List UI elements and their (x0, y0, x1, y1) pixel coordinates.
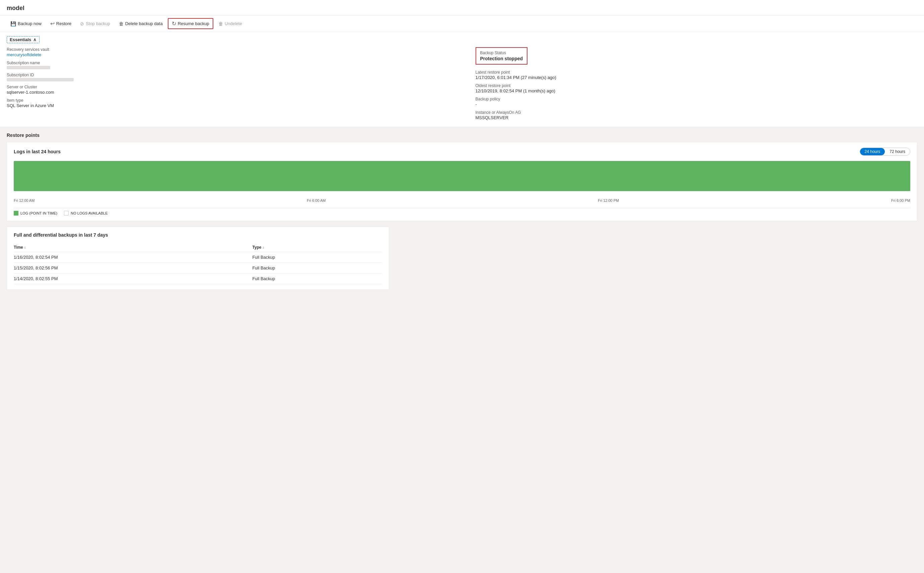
backup-status-box: Backup Status Protection stopped (475, 47, 528, 64)
restore-points-section: Restore points Logs in last 24 hours 24 … (0, 127, 924, 295)
backup-policy-field: Backup policy - (475, 97, 918, 107)
server-cluster-value: sqlserver-1.contoso.com (7, 90, 462, 95)
x-axis-label-2: Fri 12:00 PM (598, 199, 619, 202)
backup-policy-label: Backup policy (475, 97, 918, 102)
full-differential-table-card: Full and differential backups in last 7 … (7, 227, 389, 290)
legend-item-log: LOG (POINT IN TIME) (14, 211, 57, 216)
stop-backup-icon: ⊘ (80, 21, 84, 27)
legend-item-no-logs: NO LOGS AVAILABLE (64, 211, 108, 216)
logs-chart-card: Logs in last 24 hours 24 hours 72 hours … (7, 142, 917, 221)
time-toggle: 24 hours 72 hours (860, 147, 910, 156)
chart-title: Logs in last 24 hours (14, 149, 61, 154)
subscription-id-placeholder (7, 78, 74, 81)
toolbar: 💾 Backup now ↩ Restore ⊘ Stop backup 🗑 D… (0, 16, 924, 32)
chart-area (14, 161, 910, 194)
chart-legend: LOG (POINT IN TIME) NO LOGS AVAILABLE (14, 208, 910, 216)
restore-icon: ↩ (50, 20, 55, 27)
delete-backup-icon: 🗑 (119, 21, 124, 27)
table-title: Full and differential backups in last 7 … (14, 232, 382, 238)
restore-button[interactable]: ↩ Restore (47, 19, 75, 29)
recovery-vault-value[interactable]: mercurysoftdelete (7, 52, 41, 57)
essentials-grid: Recovery services vault mercurysoftdelet… (7, 47, 917, 122)
chart-bar-green (14, 161, 910, 191)
24-hours-button[interactable]: 24 hours (860, 148, 885, 155)
time-sort-icon[interactable]: ↕ (24, 246, 26, 249)
x-axis-label-0: Fri 12:00 AM (14, 199, 35, 202)
chart-header: Logs in last 24 hours 24 hours 72 hours (14, 147, 910, 156)
oldest-restore-point-value: 12/10/2019, 8:02:54 PM (1 month(s) ago) (475, 88, 918, 93)
essentials-label: Essentials (10, 37, 31, 42)
undelete-icon: 🗑 (218, 21, 223, 27)
undelete-button[interactable]: 🗑 Undelete (215, 19, 246, 28)
subscription-name-label: Subscription name (7, 61, 462, 65)
type-column-header: Type ↕ (252, 243, 382, 252)
row-time: 1/15/2020, 8:02:56 PM (14, 263, 252, 274)
page-title: model (0, 0, 924, 16)
backup-status-value: Protection stopped (480, 56, 523, 61)
row-type: Full Backup (252, 252, 382, 263)
legend-label-no-logs: NO LOGS AVAILABLE (71, 211, 108, 215)
backup-now-button[interactable]: 💾 Backup now (7, 19, 45, 28)
delete-backup-data-button[interactable]: 🗑 Delete backup data (115, 19, 166, 28)
server-cluster-label: Server or Cluster (7, 85, 462, 89)
time-column-header: Time ↕ (14, 243, 252, 252)
instance-label: Instance or AlwaysOn AG (475, 110, 918, 115)
oldest-restore-point-label: Oldest restore point (475, 83, 918, 88)
restore-points-title: Restore points (7, 133, 917, 138)
row-type: Full Backup (252, 263, 382, 274)
subscription-name-placeholder (7, 66, 50, 69)
table-body: 1/16/2020, 8:02:54 PM Full Backup 1/15/2… (14, 252, 382, 284)
essentials-section: Essentials ∧ Recovery services vault mer… (0, 32, 924, 127)
stop-backup-button[interactable]: ⊘ Stop backup (76, 19, 113, 28)
legend-label-log: LOG (POINT IN TIME) (20, 211, 57, 215)
latest-restore-point-label: Latest restore point (475, 70, 918, 75)
type-sort-icon[interactable]: ↕ (263, 246, 264, 249)
x-axis-label-3: Fri 6:00 PM (891, 199, 910, 202)
subscription-id-label: Subscription ID (7, 73, 462, 77)
item-type-field: Item type SQL Server in Azure VM (7, 98, 462, 108)
recovery-vault-label: Recovery services vault (7, 47, 462, 52)
latest-restore-point-field: Latest restore point 1/17/2020, 6:01:34 … (475, 70, 918, 80)
legend-color-green (14, 211, 19, 216)
resume-backup-button[interactable]: ↻ Resume backup (168, 18, 213, 29)
backup-policy-value: - (475, 102, 918, 107)
table-row: 1/16/2020, 8:02:54 PM Full Backup (14, 252, 382, 263)
backup-status-label: Backup Status (480, 50, 523, 55)
resume-backup-icon: ↻ (172, 20, 176, 27)
row-time: 1/14/2020, 8:02:55 PM (14, 274, 252, 284)
legend-color-white (64, 211, 69, 216)
essentials-header[interactable]: Essentials ∧ (7, 36, 39, 43)
table-row: 1/14/2020, 8:02:55 PM Full Backup (14, 274, 382, 284)
server-cluster-field: Server or Cluster sqlserver-1.contoso.co… (7, 85, 462, 95)
subscription-id-field: Subscription ID (7, 73, 462, 81)
backups-table: Time ↕ Type ↕ 1/16/2020, 8:02:54 PM Full… (14, 243, 382, 284)
table-header-row: Time ↕ Type ↕ (14, 243, 382, 252)
backup-now-icon: 💾 (10, 21, 16, 27)
essentials-chevron-icon: ∧ (33, 37, 36, 42)
latest-restore-point-value: 1/17/2020, 6:01:34 PM (27 minute(s) ago) (475, 75, 918, 80)
essentials-left: Recovery services vault mercurysoftdelet… (7, 47, 462, 122)
recovery-vault-field: Recovery services vault mercurysoftdelet… (7, 47, 462, 57)
instance-value: MSSQLSERVER (475, 115, 918, 120)
oldest-restore-point-field: Oldest restore point 12/10/2019, 8:02:54… (475, 83, 918, 93)
72-hours-button[interactable]: 72 hours (885, 148, 910, 155)
table-row: 1/15/2020, 8:02:56 PM Full Backup (14, 263, 382, 274)
backup-status-field: Backup Status Protection stopped (475, 47, 918, 67)
instance-field: Instance or AlwaysOn AG MSSQLSERVER (475, 110, 918, 120)
item-type-label: Item type (7, 98, 462, 103)
item-type-value: SQL Server in Azure VM (7, 103, 462, 108)
subscription-name-field: Subscription name (7, 61, 462, 69)
chart-x-axis: Fri 12:00 AM Fri 6:00 AM Fri 12:00 PM Fr… (14, 197, 910, 204)
x-axis-label-1: Fri 6:00 AM (307, 199, 326, 202)
essentials-right: Backup Status Protection stopped Latest … (462, 47, 918, 122)
row-time: 1/16/2020, 8:02:54 PM (14, 252, 252, 263)
row-type: Full Backup (252, 274, 382, 284)
